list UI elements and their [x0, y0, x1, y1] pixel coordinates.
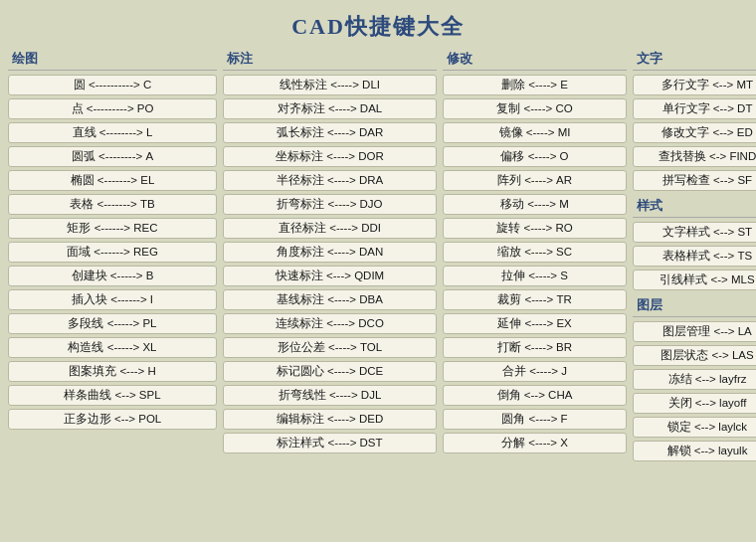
dimension-items: 线性标注 <----> DLI对齐标注 <----> DAL弧长标注 <----… [223, 75, 437, 453]
modify-item-13[interactable]: 倒角 <--> CHA [443, 385, 627, 406]
text-item-3[interactable]: 查找替换 <-> FIND [633, 146, 756, 167]
modify-item-5[interactable]: 移动 <----> M [443, 194, 627, 215]
drawing-item-14[interactable]: 正多边形 <--> POL [8, 409, 217, 430]
drawing-item-1[interactable]: 点 <---------> PO [8, 98, 217, 119]
dimension-item-9[interactable]: 基线标注 <----> DBA [223, 289, 437, 310]
modify-items: 删除 <----> E复制 <----> CO镜像 <----> MI偏移 <-… [443, 75, 627, 453]
section-dimension: 标注 线性标注 <----> DLI对齐标注 <----> DAL弧长标注 <-… [223, 50, 437, 464]
text-item-4[interactable]: 拼写检查 <--> SF [633, 170, 756, 191]
dimension-item-6[interactable]: 直径标注 <----> DDI [223, 218, 437, 239]
modify-item-0[interactable]: 删除 <----> E [443, 75, 627, 95]
dimension-item-3[interactable]: 坐标标注 <----> DOR [223, 146, 437, 167]
modify-item-10[interactable]: 延伸 <----> EX [443, 313, 627, 334]
modify-item-12[interactable]: 合并 <----> J [443, 361, 627, 382]
text-item-1[interactable]: 单行文字 <--> DT [633, 98, 756, 119]
layer-items: 图层管理 <--> LA图层状态 <-> LAS冻结 <--> layfrz关闭… [633, 321, 756, 461]
drawing-item-12[interactable]: 图案填充 <---> H [8, 361, 217, 382]
modify-item-15[interactable]: 分解 <----> X [443, 433, 627, 453]
modify-item-4[interactable]: 阵列 <----> AR [443, 170, 627, 191]
drawing-item-9[interactable]: 插入块 <------> I [8, 289, 217, 310]
dimension-item-0[interactable]: 线性标注 <----> DLI [223, 75, 437, 95]
layer-item-1[interactable]: 图层状态 <-> LAS [633, 345, 756, 366]
dimension-item-7[interactable]: 角度标注 <----> DAN [223, 242, 437, 263]
dimension-item-2[interactable]: 弧长标注 <----> DAR [223, 122, 437, 143]
layer-item-2[interactable]: 冻结 <--> layfrz [633, 369, 756, 390]
drawing-item-11[interactable]: 构造线 <-----> XL [8, 337, 217, 358]
drawing-items: 圆 <----------> C点 <---------> PO直线 <----… [8, 75, 217, 430]
style-item-0[interactable]: 文字样式 <--> ST [633, 222, 756, 243]
layer-item-5[interactable]: 解锁 <--> layulk [633, 441, 756, 461]
style-items: 文字样式 <--> ST表格样式 <--> TS引线样式 <-> MLS [633, 222, 756, 290]
drawing-item-0[interactable]: 圆 <----------> C [8, 75, 217, 95]
section-layer-title: 图层 [633, 296, 756, 317]
main-grid: 绘图 圆 <----------> C点 <---------> PO直线 <-… [0, 50, 756, 472]
drawing-item-6[interactable]: 矩形 <------> REC [8, 218, 217, 239]
dimension-item-13[interactable]: 折弯线性 <----> DJL [223, 385, 437, 406]
layer-item-4[interactable]: 锁定 <--> laylck [633, 417, 756, 438]
layer-item-3[interactable]: 关闭 <--> layoff [633, 393, 756, 414]
page-title: CAD快捷键大全 [0, 0, 756, 50]
drawing-item-7[interactable]: 面域 <------> REG [8, 242, 217, 263]
modify-item-7[interactable]: 缩放 <----> SC [443, 242, 627, 263]
dimension-item-12[interactable]: 标记圆心 <----> DCE [223, 361, 437, 382]
text-item-2[interactable]: 修改文字 <--> ED [633, 122, 756, 143]
modify-item-14[interactable]: 圆角 <----> F [443, 409, 627, 430]
drawing-item-13[interactable]: 样条曲线 <--> SPL [8, 385, 217, 406]
section-drawing-title: 绘图 [8, 50, 217, 71]
section-style-title: 样式 [633, 197, 756, 218]
layer-item-0[interactable]: 图层管理 <--> LA [633, 321, 756, 342]
dimension-item-10[interactable]: 连续标注 <----> DCO [223, 313, 437, 334]
modify-item-9[interactable]: 裁剪 <----> TR [443, 289, 627, 310]
dimension-item-5[interactable]: 折弯标注 <----> DJO [223, 194, 437, 215]
modify-item-2[interactable]: 镜像 <----> MI [443, 122, 627, 143]
section-right: 文字 多行文字 <--> MT单行文字 <--> DT修改文字 <--> ED查… [633, 50, 756, 464]
modify-item-1[interactable]: 复制 <----> CO [443, 98, 627, 119]
dimension-item-14[interactable]: 编辑标注 <----> DED [223, 409, 437, 430]
text-item-0[interactable]: 多行文字 <--> MT [633, 75, 756, 95]
drawing-item-4[interactable]: 椭圆 <-------> EL [8, 170, 217, 191]
drawing-item-8[interactable]: 创建块 <-----> B [8, 266, 217, 286]
dimension-item-15[interactable]: 标注样式 <----> DST [223, 433, 437, 453]
section-drawing: 绘图 圆 <----------> C点 <---------> PO直线 <-… [8, 50, 217, 464]
section-modify: 修改 删除 <----> E复制 <----> CO镜像 <----> MI偏移… [443, 50, 627, 464]
drawing-item-3[interactable]: 圆弧 <--------> A [8, 146, 217, 167]
drawing-item-5[interactable]: 表格 <-------> TB [8, 194, 217, 215]
text-items: 多行文字 <--> MT单行文字 <--> DT修改文字 <--> ED查找替换… [633, 75, 756, 191]
dimension-item-11[interactable]: 形位公差 <----> TOL [223, 337, 437, 358]
modify-item-11[interactable]: 打断 <----> BR [443, 337, 627, 358]
modify-item-8[interactable]: 拉伸 <----> S [443, 266, 627, 286]
dimension-item-1[interactable]: 对齐标注 <----> DAL [223, 98, 437, 119]
drawing-item-10[interactable]: 多段线 <-----> PL [8, 313, 217, 334]
section-dimension-title: 标注 [223, 50, 437, 71]
modify-item-3[interactable]: 偏移 <----> O [443, 146, 627, 167]
style-item-1[interactable]: 表格样式 <--> TS [633, 246, 756, 267]
section-text-title: 文字 [633, 50, 756, 71]
modify-item-6[interactable]: 旋转 <----> RO [443, 218, 627, 239]
section-modify-title: 修改 [443, 50, 627, 71]
dimension-item-4[interactable]: 半径标注 <----> DRA [223, 170, 437, 191]
dimension-item-8[interactable]: 快速标注 <---> QDIM [223, 266, 437, 286]
drawing-item-2[interactable]: 直线 <--------> L [8, 122, 217, 143]
style-item-2[interactable]: 引线样式 <-> MLS [633, 270, 756, 290]
